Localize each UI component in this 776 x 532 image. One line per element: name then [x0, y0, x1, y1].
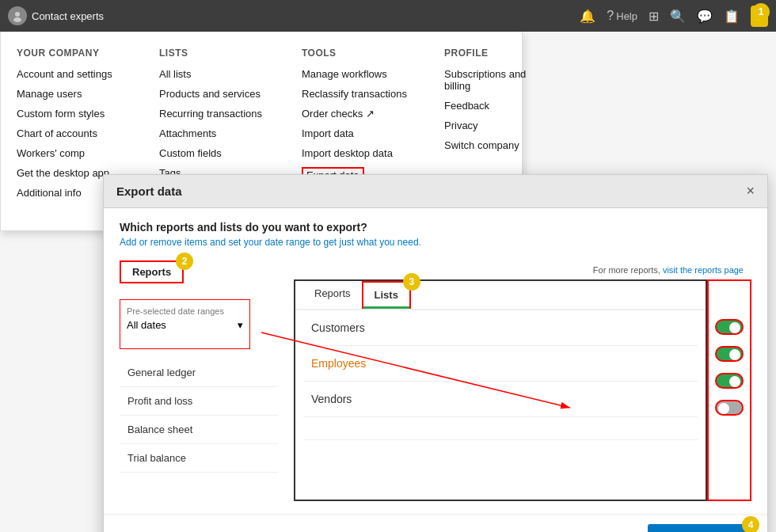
gear-badge: 1 [752, 3, 770, 21]
toggle-knob [729, 322, 740, 333]
vendors-label: Vendors [311, 393, 352, 405]
search-icon[interactable]: 🔍 [670, 9, 686, 24]
list-item-trial-balance[interactable]: Trial balance [120, 444, 278, 473]
date-range-value: All dates [127, 319, 166, 331]
modal-header: Export data × [104, 175, 767, 208]
customers-label: Customers [311, 321, 365, 334]
menu-all-lists[interactable]: All lists [159, 68, 270, 80]
modal-body: Which reports and lists do you want to e… [104, 208, 767, 514]
toggle-employees[interactable] [715, 346, 744, 362]
modal-footer: Cancel Export to Excel 4 [104, 514, 767, 532]
toggle-vendors[interactable] [715, 373, 744, 389]
menu-account-settings[interactable]: Account and settings [17, 68, 127, 80]
menu-order-checks[interactable]: Order checks ↗ [302, 108, 413, 120]
contact-experts-section: Contact experts [8, 6, 104, 25]
your-company-header: YOUR COMPANY [17, 48, 127, 59]
help-label: Help [616, 10, 637, 22]
employees-label: Employees [311, 357, 366, 370]
right-item-empty [303, 417, 698, 440]
right-panel-content: Reports Lists 3 [294, 279, 751, 501]
avatar [8, 6, 27, 25]
left-panel-list: General ledger Profit and loss Balance s… [120, 359, 278, 473]
modal-subtitle: Add or remove items and set your date ra… [120, 237, 751, 248]
right-panel: Reports Lists 3 [294, 279, 707, 501]
toggle-knob [729, 376, 740, 387]
menu-switch-company[interactable]: Switch company [444, 139, 555, 151]
svg-point-0 [15, 12, 20, 17]
export-modal: Export data × Which reports and lists do… [103, 174, 768, 532]
menu-manage-users[interactable]: Manage users [17, 88, 127, 100]
right-item-employees: Employees [303, 346, 698, 382]
modal-title: Export data [116, 184, 182, 198]
right-section: For more reports, visit the reports page… [294, 260, 751, 501]
top-nav: Contact experts 🔔 ? Help ⊞ 🔍 💬 📋 ⚙ [0, 0, 776, 32]
menu-privacy[interactable]: Privacy [444, 120, 555, 131]
tab-lists-label: Lists [375, 289, 398, 301]
profile-header: PROFILE [444, 48, 555, 59]
list-item-profit-loss[interactable]: Profit and loss [120, 387, 278, 416]
menu-import-data[interactable]: Import data [302, 127, 413, 139]
right-item-vendors: Vendors [303, 382, 698, 417]
chevron-down-icon: ▾ [238, 319, 243, 331]
invoice-icon[interactable]: 📋 [724, 9, 740, 24]
lists-header: LISTS [159, 48, 270, 59]
export-button-wrap: Export to Excel 4 [648, 524, 751, 532]
left-panel: Reports 2 Pre-selected date ranges All d… [120, 260, 278, 501]
reports-tab-button[interactable]: Reports [120, 260, 184, 283]
list-item-balance-sheet[interactable]: Balance sheet [120, 416, 278, 444]
tab-reports[interactable]: Reports [303, 281, 362, 309]
modal-question: Which reports and lists do you want to e… [120, 221, 751, 234]
help-icon[interactable]: ? Help [607, 9, 637, 23]
tools-header: TOOLS [302, 48, 413, 59]
date-range-label: Pre-selected date ranges [127, 306, 224, 316]
modal-content: Reports 2 Pre-selected date ranges All d… [120, 260, 751, 501]
notification-icon[interactable]: 🔔 [580, 9, 595, 24]
export-button[interactable]: Export to Excel [648, 524, 751, 532]
chat-icon[interactable]: 💬 [697, 9, 713, 24]
menu-attachments[interactable]: Attachments [159, 127, 270, 139]
toggle-customers[interactable] [715, 319, 744, 335]
nav-icons: 🔔 ? Help ⊞ 🔍 💬 📋 ⚙ [580, 6, 768, 27]
more-reports-text: For more reports, [593, 265, 660, 275]
export-badge: 4 [742, 516, 759, 532]
list-item-general-ledger[interactable]: General ledger [120, 359, 278, 387]
toggles-column [707, 279, 751, 501]
menu-workers-comp[interactable]: Workers' comp [17, 147, 127, 159]
menu-import-desktop[interactable]: Import desktop data [302, 147, 413, 159]
menu-reclassify[interactable]: Reclassify transactions [302, 88, 413, 100]
grid-icon[interactable]: ⊞ [649, 9, 659, 24]
modal-close-button[interactable]: × [746, 183, 755, 200]
toggle-knob [718, 403, 729, 414]
menu-products-services[interactable]: Products and services [159, 88, 270, 100]
right-panel-tabs: Reports Lists 3 [295, 281, 706, 310]
contact-experts-label[interactable]: Contact experts [32, 10, 104, 22]
menu-custom-fields[interactable]: Custom fields [159, 147, 270, 159]
menu-manage-workflows[interactable]: Manage workflows [302, 68, 413, 80]
menu-chart-accounts[interactable]: Chart of accounts [17, 127, 127, 139]
right-panel-items: Customers Employees Vendors [295, 310, 706, 440]
menu-subscriptions[interactable]: Subscriptions and billing [444, 68, 555, 92]
toggle-knob [729, 349, 740, 360]
menu-custom-form-styles[interactable]: Custom form styles [17, 108, 127, 120]
reports-badge: 2 [176, 253, 193, 270]
toggle-item4[interactable] [715, 400, 744, 416]
menu-feedback[interactable]: Feedback [444, 100, 555, 112]
lists-badge: 3 [403, 273, 420, 291]
tab-reports-label: Reports [314, 287, 351, 299]
menu-recurring-transactions[interactable]: Recurring transactions [159, 108, 270, 120]
more-reports: For more reports, visit the reports page [294, 260, 751, 279]
more-reports-link[interactable]: visit the reports page [663, 265, 744, 275]
right-item-customers: Customers [303, 310, 698, 346]
svg-point-1 [13, 17, 21, 22]
date-range-select[interactable]: All dates ▾ [127, 319, 243, 331]
